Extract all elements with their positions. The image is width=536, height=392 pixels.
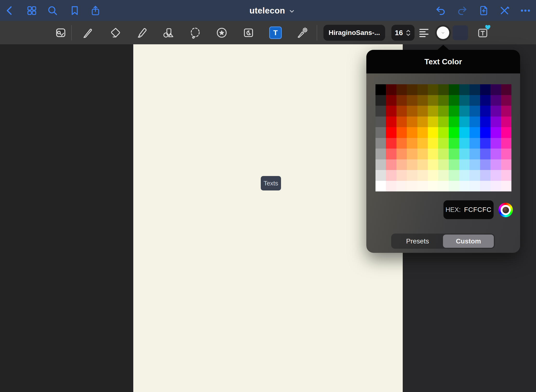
laser-tool-button[interactable] [294, 24, 310, 41]
color-swatch[interactable] [501, 84, 511, 95]
color-swatch[interactable] [459, 106, 469, 117]
color-swatch[interactable] [490, 84, 501, 95]
color-swatch[interactable] [417, 84, 428, 95]
color-swatch[interactable] [459, 159, 469, 170]
color-swatch[interactable] [386, 159, 396, 170]
text-tool-button[interactable]: T [267, 24, 284, 41]
color-swatch[interactable] [386, 117, 396, 127]
color-swatch[interactable] [386, 106, 396, 117]
color-swatch[interactable] [501, 170, 511, 181]
document-title-button[interactable]: utelecon [241, 0, 304, 21]
color-swatch[interactable] [501, 149, 511, 159]
text-color-button[interactable] [435, 25, 451, 41]
color-swatch[interactable] [417, 95, 428, 106]
color-swatch[interactable] [501, 181, 511, 192]
color-swatch[interactable] [375, 117, 386, 127]
color-swatch[interactable] [490, 138, 501, 149]
color-swatch[interactable] [407, 84, 417, 95]
color-swatch[interactable] [490, 181, 501, 192]
color-swatch[interactable] [480, 138, 490, 149]
tab-custom[interactable]: Custom [443, 235, 494, 248]
color-swatch[interactable] [438, 117, 449, 127]
color-swatch[interactable] [438, 159, 449, 170]
color-swatch[interactable] [438, 84, 449, 95]
color-swatch[interactable] [396, 106, 407, 117]
color-swatch[interactable] [490, 149, 501, 159]
color-swatch[interactable] [449, 181, 459, 192]
hex-input[interactable]: HEX: FCFCFC [443, 200, 494, 219]
color-swatch[interactable] [375, 127, 386, 138]
color-swatch[interactable] [396, 159, 407, 170]
color-swatch[interactable] [469, 159, 480, 170]
color-swatch[interactable] [480, 117, 490, 127]
color-swatch[interactable] [396, 181, 407, 192]
add-page-button[interactable] [476, 0, 491, 21]
color-swatch[interactable] [480, 84, 490, 95]
color-swatch[interactable] [407, 149, 417, 159]
color-swatch[interactable] [407, 95, 417, 106]
pen-mode-button[interactable] [497, 0, 512, 21]
color-wheel-button[interactable] [498, 203, 513, 217]
color-swatch[interactable] [396, 84, 407, 95]
color-swatch[interactable] [386, 138, 396, 149]
scribble-edit-tool-button[interactable] [52, 24, 69, 41]
color-swatch[interactable] [386, 181, 396, 192]
color-swatch[interactable] [375, 106, 386, 117]
color-swatch[interactable] [469, 95, 480, 106]
color-swatch[interactable] [459, 95, 469, 106]
tab-presets[interactable]: Presets [392, 235, 443, 248]
color-swatch[interactable] [480, 106, 490, 117]
thumbnails-button[interactable] [24, 0, 40, 21]
color-swatch[interactable] [480, 159, 490, 170]
color-swatch[interactable] [480, 181, 490, 192]
color-swatch[interactable] [375, 95, 386, 106]
color-swatch[interactable] [428, 159, 438, 170]
share-button[interactable] [88, 0, 103, 21]
color-swatch[interactable] [490, 170, 501, 181]
color-swatch[interactable] [459, 181, 469, 192]
color-swatch[interactable] [459, 117, 469, 127]
color-swatch[interactable] [375, 170, 386, 181]
color-swatch[interactable] [407, 117, 417, 127]
color-swatch[interactable] [428, 170, 438, 181]
color-swatch[interactable] [469, 106, 480, 117]
highlighter-tool-button[interactable] [134, 24, 151, 41]
bookmark-button[interactable] [67, 0, 82, 21]
color-swatch[interactable] [469, 170, 480, 181]
color-swatch[interactable] [438, 181, 449, 192]
color-swatch[interactable] [407, 159, 417, 170]
color-swatch[interactable] [428, 149, 438, 159]
color-swatch[interactable] [407, 138, 417, 149]
color-swatch[interactable] [438, 170, 449, 181]
color-swatch[interactable] [386, 149, 396, 159]
color-swatch[interactable] [490, 95, 501, 106]
color-swatch[interactable] [428, 138, 438, 149]
color-swatch[interactable] [459, 138, 469, 149]
color-swatch[interactable] [396, 149, 407, 159]
color-swatch[interactable] [480, 127, 490, 138]
color-swatch[interactable] [428, 127, 438, 138]
color-swatch[interactable] [469, 117, 480, 127]
shapes-tool-button[interactable] [160, 24, 177, 41]
color-swatch[interactable] [417, 138, 428, 149]
color-swatch[interactable] [375, 149, 386, 159]
color-swatch[interactable] [501, 117, 511, 127]
color-swatch[interactable] [428, 95, 438, 106]
color-swatch[interactable] [407, 170, 417, 181]
pen-tool-button[interactable] [80, 24, 96, 41]
color-swatch[interactable] [490, 159, 501, 170]
color-swatch[interactable] [407, 181, 417, 192]
search-button[interactable] [45, 0, 60, 21]
color-swatch[interactable] [396, 117, 407, 127]
more-button[interactable] [518, 0, 533, 21]
color-swatch[interactable] [449, 106, 459, 117]
color-swatch[interactable] [417, 117, 428, 127]
color-swatch[interactable] [438, 138, 449, 149]
color-swatch[interactable] [417, 159, 428, 170]
color-swatch[interactable] [449, 159, 459, 170]
color-swatch[interactable] [417, 149, 428, 159]
color-swatch[interactable] [438, 95, 449, 106]
color-swatch[interactable] [438, 106, 449, 117]
color-swatch[interactable] [459, 127, 469, 138]
color-swatch[interactable] [417, 106, 428, 117]
